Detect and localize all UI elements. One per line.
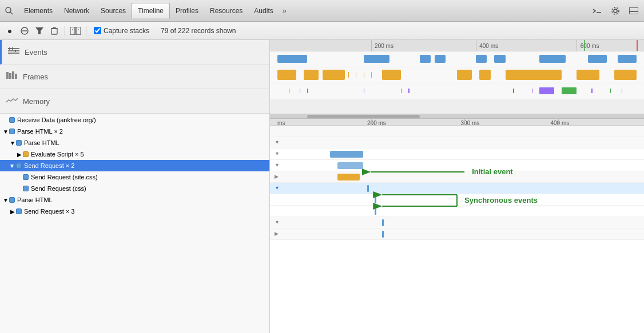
- memory-label: Memory: [23, 97, 50, 106]
- detail-row: [270, 194, 644, 206]
- detail-row: [270, 206, 644, 217]
- detail-row-selected: ▼: [270, 183, 644, 194]
- tree-text: Send Request × 3: [24, 208, 74, 215]
- nav-audits[interactable]: Audits: [248, 3, 279, 18]
- svg-rect-25: [6, 72, 9, 79]
- tree-panel: Receive Data (jankfree.org/) Parse HTML …: [0, 114, 270, 333]
- tree-text: Evaluate Script × 5: [31, 151, 84, 158]
- detail-chart-panel: ms 200 ms 300 ms 400 ms ▼ ▼: [270, 114, 644, 333]
- capture-checkbox[interactable]: [94, 27, 101, 34]
- overview-chart: 200 ms 400 ms 600 ms: [270, 40, 644, 114]
- overview-section: Events Frames: [0, 40, 644, 114]
- tree-dot: [9, 129, 15, 134]
- ruler-600ms: 600 ms: [581, 43, 599, 49]
- tree-row[interactable]: Send Request × 3: [0, 206, 269, 217]
- tree-arrow: [2, 197, 9, 203]
- tree-arrow: [9, 208, 16, 215]
- capture-label: Capture stacks: [94, 27, 149, 35]
- sidebar-item-events[interactable]: Events: [0, 40, 269, 65]
- tree-arrow: [9, 140, 16, 146]
- ruler-400ms: 400 ms: [479, 43, 498, 49]
- overview-sidebar: Events Frames: [0, 40, 270, 114]
- tree-row[interactable]: Send Request (site.css): [0, 171, 269, 183]
- top-nav: Elements Network Sources Timeline Profil…: [0, 0, 644, 22]
- clear-button[interactable]: [18, 25, 31, 37]
- tree-text: Parse HTML: [17, 196, 53, 203]
- tree-row[interactable]: Parse HTML: [0, 137, 269, 149]
- nav-timeline[interactable]: Timeline: [132, 3, 170, 19]
- tree-dot: [16, 208, 22, 214]
- detail-section: Receive Data (jankfree.org/) Parse HTML …: [0, 114, 644, 333]
- svg-rect-28: [15, 74, 17, 79]
- detail-row: ▼: [270, 137, 644, 149]
- events-label: Events: [25, 48, 47, 57]
- events-icon: [7, 46, 20, 58]
- nav-network[interactable]: Network: [58, 3, 95, 18]
- tree-row-selected[interactable]: ▼ Send Request × 2: [0, 160, 269, 171]
- nav-icons: [589, 3, 642, 19]
- tree-arrow: [2, 129, 9, 135]
- tree-dot: [23, 186, 29, 191]
- console-icon[interactable]: [589, 3, 605, 19]
- tree-text: Send Request (css): [31, 185, 86, 192]
- tree-text: Send Request × 2: [24, 162, 74, 169]
- full-layout: Events Frames: [0, 40, 644, 333]
- tree-arrow: [16, 151, 23, 158]
- nav-sources[interactable]: Sources: [95, 3, 132, 18]
- dock-icon[interactable]: [626, 3, 642, 19]
- search-button[interactable]: [2, 4, 16, 18]
- trash-button[interactable]: [48, 25, 61, 37]
- svg-rect-15: [70, 27, 75, 35]
- filter-button[interactable]: [33, 25, 46, 37]
- tree-row[interactable]: Send Request (css): [0, 183, 269, 194]
- svg-rect-27: [12, 71, 14, 79]
- svg-point-4: [612, 7, 619, 14]
- sidebar-item-frames[interactable]: Frames: [0, 65, 269, 89]
- tree-row[interactable]: Receive Data (jankfree.org/): [0, 114, 269, 126]
- tree-dot: [23, 151, 29, 157]
- svg-marker-9: [35, 27, 43, 34]
- svg-rect-5: [629, 7, 638, 14]
- toolbar: ● Capture stacks 79 of 222 re: [0, 22, 644, 40]
- svg-point-0: [6, 7, 11, 13]
- detail-row: ▶: [270, 228, 644, 240]
- svg-rect-10: [51, 29, 57, 34]
- detail-row: ▶: [270, 171, 644, 183]
- detail-row: ▼: [270, 149, 644, 160]
- tree-text: Parse HTML: [24, 139, 59, 146]
- nav-resources[interactable]: Resources: [204, 3, 248, 18]
- tree-text: Receive Data (jankfree.org/): [17, 117, 96, 123]
- nav-profiles[interactable]: Profiles: [170, 3, 204, 18]
- tree-dot: [16, 140, 22, 146]
- capture-text: Capture stacks: [104, 27, 149, 35]
- memory-icon: [6, 95, 18, 107]
- tree-row[interactable]: Evaluate Script × 5: [0, 149, 269, 160]
- split-button[interactable]: [69, 25, 82, 37]
- frames-icon: [6, 71, 18, 82]
- tree-dot: [23, 174, 29, 180]
- svg-point-3: [614, 9, 617, 13]
- toolbar-divider: [65, 26, 65, 36]
- tree-dot: [16, 163, 22, 168]
- nav-more[interactable]: »: [279, 4, 290, 17]
- toolbar-divider-2: [86, 26, 86, 36]
- records-text: 79 of 222 records shown: [161, 27, 236, 35]
- tree-arrow: ▼: [9, 163, 16, 169]
- detail-row: [270, 126, 644, 137]
- nav-elements[interactable]: Elements: [18, 3, 58, 18]
- frames-label: Frames: [23, 73, 48, 81]
- svg-line-1: [10, 12, 13, 14]
- tree-text: Parse HTML × 2: [17, 128, 63, 135]
- svg-rect-26: [9, 73, 11, 79]
- tree-dot: [9, 197, 15, 203]
- settings-icon[interactable]: [607, 3, 623, 19]
- tree-row[interactable]: Parse HTML × 2: [0, 126, 269, 137]
- tree-row[interactable]: Parse HTML: [0, 194, 269, 206]
- svg-rect-16: [76, 27, 81, 35]
- tree-dot: [9, 117, 15, 123]
- detail-row: ▼: [270, 217, 644, 228]
- ruler-200ms: 200 ms: [375, 43, 393, 49]
- record-button[interactable]: ●: [3, 25, 16, 37]
- sidebar-item-memory[interactable]: Memory: [0, 89, 269, 114]
- detail-row: ▼: [270, 160, 644, 171]
